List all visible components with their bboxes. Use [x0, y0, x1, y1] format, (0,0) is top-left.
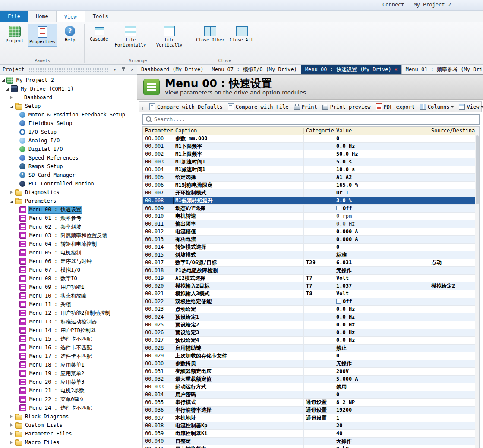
table-row[interactable]: 00.040 自整定 无操作	[143, 438, 475, 445]
ribbon-tab[interactable]: View	[56, 11, 85, 22]
tree-item[interactable]: Ramps Setup	[0, 162, 137, 171]
document-tab[interactable]: Menu 07 : 模拟I/O (My Drive)	[208, 65, 301, 74]
value-cell[interactable]: 200V	[334, 368, 429, 375]
tree-expander-icon[interactable]	[10, 96, 15, 99]
tree-expander-icon[interactable]	[10, 200, 15, 203]
value-cell[interactable]: 0.0 Hz	[334, 329, 429, 336]
pdf-export-button[interactable]: PDF export	[376, 103, 415, 110]
tree-item[interactable]: Menu 22 : 菜单0建立	[0, 395, 137, 404]
table-row[interactable]: 00.028 启用辅助键 禁止	[143, 345, 475, 352]
value-cell[interactable]: 8 2 NP	[334, 399, 429, 406]
tree-expander-icon[interactable]	[10, 105, 15, 108]
table-row[interactable]: 00.035 串行模式 通讯设置 8 2 NP	[143, 399, 475, 407]
value-cell[interactable]: 0	[334, 391, 429, 398]
table-row[interactable]: 00.031 变频器额定电压 200V	[143, 368, 475, 376]
tree-item[interactable]: Setup	[0, 102, 137, 110]
tree-item[interactable]: Analog I/O	[0, 136, 137, 145]
table-row[interactable]: 00.020 模拟输入2目标 T7 1.037 模拟给定2	[143, 282, 475, 290]
table-row[interactable]: 00.014 转矩模式选择 0	[143, 244, 475, 251]
tree-item[interactable]: Menu 11 : 杂项	[0, 300, 137, 309]
value-cell[interactable]: A1 A2	[334, 174, 429, 181]
value-cell[interactable]: 无操作	[334, 438, 429, 445]
tree-item[interactable]: SD Card Manager	[0, 171, 137, 179]
table-row[interactable]: 00.015 斜坡模式 标准	[143, 251, 475, 259]
close-all-button[interactable]: Close All	[228, 24, 255, 45]
tree-expander-icon[interactable]	[6, 88, 11, 91]
tree-item[interactable]: Menu 12 : 用户功能2和制动控制	[0, 309, 137, 317]
tree-item[interactable]: Menu 08 : 数字IO	[0, 274, 137, 283]
tree-item[interactable]: Digital I/O	[0, 145, 137, 154]
tree-item[interactable]: Menu 09 : 用户功能1	[0, 283, 137, 291]
panel-drag-handle[interactable]	[27, 67, 109, 72]
checkbox-icon[interactable]	[336, 299, 341, 304]
tree-item[interactable]: Menu 16 : 选件卡不匹配	[0, 343, 137, 352]
tree-item[interactable]: Macro Files	[0, 438, 137, 447]
tree-item[interactable]: Diagnostics	[0, 188, 137, 197]
tree-item[interactable]: Menu 20 : 应用菜单3	[0, 378, 137, 386]
value-cell[interactable]: 0	[334, 352, 429, 360]
table-row[interactable]: 00.034 用户密码 0	[143, 391, 475, 399]
chevron-down-icon[interactable]: ▾	[112, 67, 118, 72]
value-cell[interactable]: 0.000 A	[334, 228, 429, 235]
value-cell[interactable]: 标准	[334, 251, 429, 259]
tree-item[interactable]: Menu 14 : 用户PID控制器	[0, 326, 137, 335]
table-row[interactable]: 00.019 AI2模式选择 T7 Volt	[143, 275, 475, 282]
compare-with-defaults-button[interactable]: Compare with Defaults	[149, 103, 223, 110]
tree-item[interactable]: Menu 04 : 转矩和电流控制	[0, 240, 137, 248]
tree-expander-icon[interactable]	[10, 441, 15, 444]
tree-item[interactable]: Menu 01 : 频率参考	[0, 214, 137, 222]
tree-item[interactable]: Menu 00 : 快速设置	[0, 205, 137, 214]
value-cell[interactable]: 0.0 Hz	[334, 313, 429, 321]
ribbon-tab[interactable]: Home	[28, 11, 56, 22]
table-row[interactable]: 00.002 M1上限频率 50.0 Hz	[143, 150, 475, 158]
help-panel-button[interactable]: Help	[59, 24, 81, 45]
table-row[interactable]: 00.027 预设给定4 0.0 Hz	[143, 337, 475, 345]
checkbox-icon[interactable]	[336, 206, 341, 210]
value-cell[interactable]: 50.0 Hz	[334, 150, 429, 158]
tree-item[interactable]: Menu 19 : 应用菜单2	[0, 369, 137, 378]
table-row[interactable]: 00.038 电流控制器Kp 20	[143, 422, 475, 430]
value-cell[interactable]: 0	[334, 135, 429, 142]
cascade-button[interactable]: Cascade	[88, 24, 110, 44]
value-cell[interactable]: 40	[334, 430, 429, 437]
table-row[interactable]: 00.018 P1热电阻故障检测 无操作	[143, 267, 475, 275]
tab-close-icon[interactable]: ×	[395, 66, 398, 72]
tree-item[interactable]: Menu 03 : 附属频率和位置反馈	[0, 231, 137, 240]
value-cell[interactable]: 19200	[334, 407, 429, 414]
value-cell[interactable]: 0.0 Hz	[334, 337, 429, 344]
value-cell[interactable]: 0.0 Hz	[334, 306, 429, 313]
value-cell[interactable]: 1.037	[334, 282, 429, 290]
value-cell[interactable]: 0.0 Hz	[334, 220, 429, 228]
table-row[interactable]: 00.022 双极性给定使能 Off	[143, 298, 475, 306]
print-preview-button[interactable]: Print preview	[322, 104, 371, 110]
table-row[interactable]: 00.041 最大转换频率 3 kHz	[143, 445, 475, 448]
value-cell[interactable]: 无操作	[334, 360, 429, 367]
table-row[interactable]: 00.021 模拟输入3模式 T8 Volt	[143, 290, 475, 298]
tree-item[interactable]: PLC Controlled Motion	[0, 179, 137, 188]
value-cell[interactable]: 10.0 s	[334, 166, 429, 173]
tile-vertically-button[interactable]: Tile Vertically	[151, 24, 188, 50]
tree-item[interactable]: Parameters	[0, 197, 137, 205]
tree-item[interactable]: Motor & Position Feedback Setup	[0, 110, 137, 119]
column-header-parameter[interactable]: Parameter	[143, 128, 173, 134]
tree-expander-icon[interactable]	[10, 191, 15, 194]
table-row[interactable]: 00.017 数字I/O6源/目标 T29 6.031 点动	[143, 259, 475, 267]
tree-item[interactable]: Menu 17 : 选件卡不匹配	[0, 352, 137, 360]
pin-icon[interactable]	[120, 66, 126, 73]
document-tab[interactable]: Menu 01 : 频率参考 (My Drive)	[402, 65, 483, 74]
tree-item[interactable]: Speed References	[0, 154, 137, 162]
properties-panel-button[interactable]: Properties	[28, 24, 57, 47]
columns-dropdown-button[interactable]: Columns	[420, 104, 454, 110]
tree-item[interactable]: I/O Setup	[0, 128, 137, 136]
tree-item[interactable]: Menu 02 : 频率斜坡	[0, 222, 137, 231]
tree-item[interactable]: Dashboard	[0, 93, 137, 102]
table-row[interactable]: 00.029 上次加载的存储卡文件 0	[143, 352, 475, 360]
table-row[interactable]: 00.039 电流控制器Ki 40	[143, 430, 475, 438]
value-cell[interactable]: 0.0 Hz	[334, 143, 429, 150]
column-header-source-destination[interactable]: Source/Destination	[429, 128, 475, 134]
table-row[interactable]: 00.030 参数拷贝 无操作	[143, 360, 475, 368]
tree-item[interactable]: Menu 10 : 状态和故障	[0, 291, 137, 300]
table-row[interactable]: 00.011 输出频率 0.0 Hz	[143, 220, 475, 228]
tree-item[interactable]: Menu 18 : 应用菜单1	[0, 360, 137, 369]
table-row[interactable]: 00.006 M1对称电流限定 165.0 %	[143, 182, 475, 189]
